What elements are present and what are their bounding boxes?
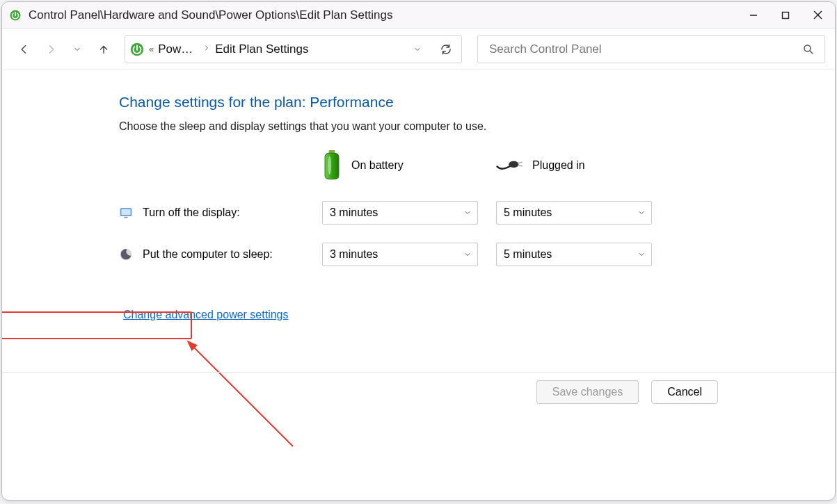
window-title: Control Panel\Hardware and Sound\Power O… <box>29 8 393 22</box>
recent-locations-button[interactable] <box>70 42 84 56</box>
svg-line-13 <box>518 165 523 166</box>
svg-rect-16 <box>125 217 128 218</box>
breadcrumb-overflow[interactable]: « <box>149 44 154 54</box>
display-battery-value: 3 minutes <box>330 206 378 219</box>
nav-buttons <box>12 42 115 56</box>
search-bar[interactable] <box>477 35 825 63</box>
display-label: Turn off the display: <box>143 206 240 219</box>
column-header-plugged: Plugged in <box>496 148 655 183</box>
chevron-down-icon <box>637 209 646 217</box>
advanced-link-row: Change advanced power settings <box>119 305 835 325</box>
address-history-dropdown[interactable] <box>406 45 429 54</box>
column-header-battery: On battery <box>322 148 481 183</box>
sleep-label: Put the computer to sleep: <box>143 248 273 261</box>
plugged-label: Plugged in <box>532 159 585 172</box>
up-button[interactable] <box>97 42 111 56</box>
sleep-battery-select[interactable]: 3 minutes <box>322 243 478 266</box>
display-icon <box>119 206 133 220</box>
display-plugged-select[interactable]: 5 minutes <box>496 201 652 225</box>
window-frame: Control Panel\Hardware and Sound\Power O… <box>1 1 836 501</box>
plug-icon <box>496 157 523 174</box>
svg-line-7 <box>810 51 813 54</box>
power-options-icon <box>129 42 145 57</box>
breadcrumb-segment-power-options[interactable]: Power Options <box>158 42 198 56</box>
row-sleep: Put the computer to sleep: <box>119 247 307 261</box>
search-input[interactable] <box>488 42 802 57</box>
svg-rect-15 <box>121 209 130 215</box>
battery-icon <box>322 150 342 181</box>
breadcrumb-segment-edit-plan[interactable]: Edit Plan Settings <box>215 42 308 56</box>
sleep-battery-value: 3 minutes <box>330 248 378 261</box>
back-button[interactable] <box>17 42 31 56</box>
heading-prefix: Change settings for the plan: <box>119 94 310 110</box>
refresh-button[interactable] <box>433 43 457 56</box>
forward-button[interactable] <box>44 42 58 56</box>
chevron-down-icon <box>637 250 646 259</box>
sleep-plugged-value: 5 minutes <box>504 248 552 261</box>
minimize-button[interactable] <box>738 3 770 27</box>
row-turn-off-display: Turn off the display: <box>119 206 307 220</box>
svg-rect-2 <box>783 12 789 18</box>
content-area: Change settings for the plan: Performanc… <box>2 70 835 325</box>
svg-rect-8 <box>329 150 335 153</box>
power-options-icon <box>9 9 22 22</box>
plan-name: Performance <box>310 94 393 110</box>
save-changes-button[interactable]: Save changes <box>536 380 639 404</box>
svg-rect-9 <box>325 153 339 179</box>
cancel-button[interactable]: Cancel <box>651 380 718 404</box>
change-advanced-power-settings-link[interactable]: Change advanced power settings <box>119 305 293 325</box>
toolbar: « Power Options Edit Plan Settings <box>2 29 835 70</box>
svg-point-6 <box>804 45 811 51</box>
page-heading: Change settings for the plan: Performanc… <box>119 94 835 111</box>
footer: Save changes Cancel <box>2 372 835 411</box>
close-button[interactable] <box>802 3 834 27</box>
moon-icon <box>119 247 133 261</box>
battery-label: On battery <box>351 159 404 172</box>
sleep-plugged-select[interactable]: 5 minutes <box>496 243 652 266</box>
chevron-down-icon <box>463 250 472 259</box>
svg-point-10 <box>328 156 331 174</box>
settings-grid: On battery Plugged in Turn off the <box>119 148 835 266</box>
svg-line-12 <box>518 162 523 163</box>
titlebar: Control Panel\Hardware and Sound\Power O… <box>2 2 835 29</box>
chevron-down-icon <box>463 209 472 217</box>
display-plugged-value: 5 minutes <box>504 206 552 219</box>
display-battery-select[interactable]: 3 minutes <box>322 201 478 225</box>
search-icon <box>802 43 815 56</box>
page-subtext: Choose the sleep and display settings th… <box>119 120 835 133</box>
address-bar[interactable]: « Power Options Edit Plan Settings <box>125 35 462 63</box>
window-controls <box>738 3 834 27</box>
maximize-button[interactable] <box>770 3 802 27</box>
chevron-right-icon[interactable] <box>202 44 211 54</box>
svg-point-11 <box>509 161 518 168</box>
